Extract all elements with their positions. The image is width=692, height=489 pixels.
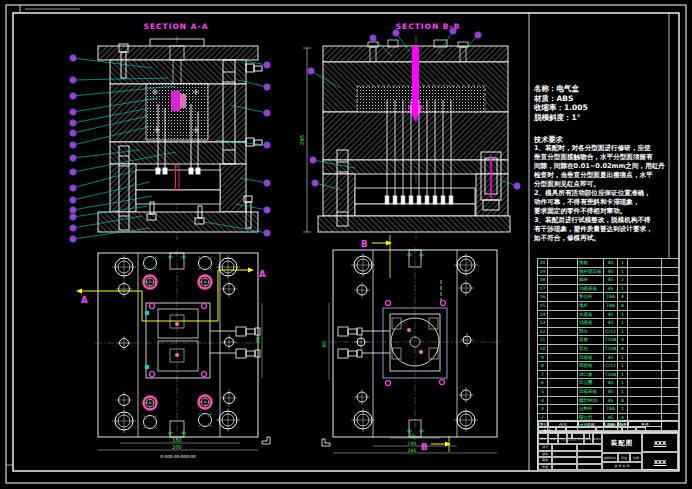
- bom-cell: [628, 276, 662, 285]
- plan-view-moving-half: A A 75 150 200 0-000-00-000-00: [76, 250, 270, 459]
- ejector-pin-foot: [449, 196, 453, 204]
- ejector-pin-foot: [385, 196, 389, 204]
- bom-cell: 1: [618, 370, 628, 379]
- bom-cell: 45: [604, 387, 618, 396]
- bom-row: 10导柱T10A4: [538, 344, 680, 353]
- bom-cell: [628, 319, 662, 328]
- tech-req-line: 1、装配时，对各分型面进行修研，应使: [534, 144, 682, 153]
- bom-header: 序号代号名称材料数量单件备注: [537, 420, 679, 432]
- bom-cell: [548, 276, 578, 285]
- balloon-callout: [370, 35, 376, 41]
- section-line-a: A A: [76, 268, 266, 322]
- return-pin-mark: [440, 380, 445, 385]
- tech-req-line: 分型面则见红点即可。: [534, 180, 682, 189]
- return-pin-mark: [202, 372, 207, 377]
- bom-cell: [548, 327, 578, 336]
- bom-cell: [662, 327, 680, 336]
- bom-row: 5定模座板451: [538, 387, 680, 396]
- bom-cell: 1: [618, 310, 628, 319]
- balloon-callout: [70, 185, 76, 191]
- balloon-callout: [264, 142, 270, 148]
- cad-drawing-sheet: SECTION A-A: [0, 0, 692, 489]
- return-pin-mark: [150, 304, 155, 309]
- dim-blv-right: 75: [255, 337, 261, 343]
- bom-cell: [662, 370, 680, 379]
- title-block-right: XXX XXX: [642, 433, 678, 469]
- ejector-pin-foot: [409, 196, 413, 204]
- balloon-callout: [475, 32, 481, 38]
- bom-cell: 45: [604, 259, 618, 268]
- bom-cell: 1: [618, 353, 628, 362]
- balloon-callout: [312, 180, 318, 186]
- bom-row: 20推板451: [538, 259, 680, 268]
- bom-row: 12型芯Cr121: [538, 327, 680, 336]
- bom-cell: 45: [604, 379, 618, 388]
- bom-cell: 垫块: [578, 276, 604, 285]
- bom-cell: 1: [618, 284, 628, 293]
- bom-cell: [548, 353, 578, 362]
- tech-req-line: 垂直分型面接触吻合，水平分型面须留有: [534, 153, 682, 162]
- tech-req-line: 要求固定的零件不得相对窜动。: [534, 207, 682, 216]
- marker-a-left: A: [81, 295, 88, 305]
- bom-cell: [662, 336, 680, 345]
- bom-cell: 6: [538, 379, 548, 388]
- tb-scale: 比例: [630, 453, 642, 462]
- balloon-callout: [70, 93, 76, 99]
- balloon-callout: [514, 183, 520, 189]
- section-a-title: SECTION A-A: [144, 22, 209, 31]
- bom-cell: 14: [538, 310, 548, 319]
- title-block-left: 标记 处数 分区 更改文件号 签名 年月日 设计 校核 审核 批准: [538, 433, 602, 469]
- drawing-title: 装配图: [611, 439, 634, 448]
- bom-cell: [662, 319, 680, 328]
- part-info: 名称：电气盒材质：ABS收缩率：1.005脱模斜度：1°: [534, 84, 682, 122]
- bom-row: 4螺钉M10458: [538, 396, 680, 405]
- bom-row: 6定位圈451: [538, 379, 680, 388]
- tech-req-line: 动作可靠，不得有歪斜和卡滞现象，: [534, 198, 682, 207]
- bom-cell: 1: [618, 259, 628, 268]
- bom-cell: [662, 387, 680, 396]
- dim-bmv-left: 90: [321, 341, 327, 347]
- part-info-line: 材质：ABS: [534, 94, 682, 104]
- bom-cell: 1: [618, 327, 628, 336]
- bom-cell: 动模板: [578, 319, 604, 328]
- plan-view-fixed-half: B 90 15 195 245: [321, 247, 500, 453]
- bom-cell: Cr12: [604, 362, 618, 371]
- dim-blv-b2: 200: [172, 444, 182, 450]
- bom-cell: [662, 284, 680, 293]
- dim-bmv-b3: 245: [408, 448, 417, 453]
- bom-cell: [662, 353, 680, 362]
- balloon-callout: [70, 77, 76, 83]
- bom-cell: [548, 362, 578, 371]
- balloon-callout: [70, 236, 76, 242]
- bom-cell: [548, 387, 578, 396]
- bom-cell: Cr12: [604, 327, 618, 336]
- bom-row: 9定模板451: [538, 353, 680, 362]
- bom-cell: 18: [538, 276, 548, 285]
- bom-cell: [548, 301, 578, 310]
- bom-cell: T10A: [604, 344, 618, 353]
- balloon-callout: [264, 180, 270, 186]
- bom-cell: [548, 319, 578, 328]
- bom-cell: 复位杆: [578, 293, 604, 302]
- bom-cell: [628, 362, 662, 371]
- balloon-callout: [70, 142, 76, 148]
- balloon-callout: [450, 28, 456, 34]
- ejector-pin-foot: [433, 196, 437, 204]
- bom-cell: [548, 310, 578, 319]
- return-pin-mark: [386, 381, 391, 386]
- bom-row: 15推杆T8A8: [538, 301, 680, 310]
- bom-cell: [548, 284, 578, 293]
- bom-cell: 1: [618, 319, 628, 328]
- bom-cell: 支承板: [578, 310, 604, 319]
- bom-cell: 10: [538, 344, 548, 353]
- balloon-callout: [264, 62, 270, 68]
- tech-req-line: 间隙，间隙在0.01~0.02mm之间，用红丹: [534, 162, 682, 171]
- dim-bmv-b1: 15: [409, 433, 415, 438]
- ejector-pin-foot: [417, 196, 421, 204]
- bom-cell: [662, 310, 680, 319]
- bom-cell: [628, 396, 662, 405]
- bom-cell: 1: [618, 387, 628, 396]
- bom-cell: 导套: [578, 336, 604, 345]
- bom-cell: [662, 301, 680, 310]
- bom-cell: 4: [618, 336, 628, 345]
